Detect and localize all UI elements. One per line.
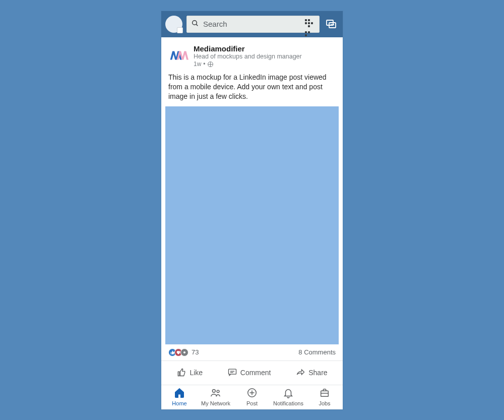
- top-bar: [161, 11, 343, 37]
- nav-home[interactable]: Home: [161, 387, 198, 406]
- share-button[interactable]: Share: [291, 365, 331, 381]
- avatar-badge-icon: [177, 27, 183, 33]
- mobile-frame: ʍʍ Mediamodifier Head of mockups and des…: [161, 11, 343, 409]
- post-text: This is a mockup for a LinkedIn image po…: [161, 70, 343, 106]
- post-time: 1w: [194, 61, 201, 68]
- thumbs-up-icon: [176, 367, 186, 379]
- post-image-container: [161, 106, 343, 344]
- svg-point-0: [193, 20, 197, 25]
- reaction-icons: [168, 348, 188, 356]
- svg-point-10: [217, 390, 219, 392]
- like-button[interactable]: Like: [172, 365, 207, 381]
- briefcase-icon: [319, 387, 330, 399]
- home-icon: [174, 387, 185, 399]
- nav-post[interactable]: Post: [234, 387, 270, 406]
- engagement-row: 73 8 Comments: [161, 344, 343, 361]
- bell-icon: [283, 387, 294, 399]
- comment-label: Comment: [240, 369, 271, 377]
- post-header: ʍʍ Mediamodifier Head of mockups and des…: [161, 37, 343, 70]
- nav-network-label: My Network: [201, 400, 230, 406]
- nav-jobs-label: Jobs: [319, 400, 330, 406]
- search-icon: [191, 19, 199, 29]
- nav-jobs[interactable]: Jobs: [306, 387, 343, 406]
- share-icon: [295, 367, 305, 379]
- author-name[interactable]: Mediamodifier: [194, 44, 302, 53]
- nav-notifications-label: Notifications: [273, 400, 303, 406]
- post-plus-icon: [246, 387, 258, 399]
- like-label: Like: [190, 369, 203, 377]
- share-label: Share: [308, 369, 327, 377]
- post-image[interactable]: [165, 106, 339, 344]
- svg-rect-14: [321, 391, 329, 396]
- reaction-count: 73: [192, 348, 199, 356]
- network-icon: [210, 387, 221, 399]
- author-info: Mediamodifier Head of mockups and design…: [194, 44, 302, 68]
- dot-separator: •: [203, 61, 205, 68]
- support-reaction-icon: [180, 348, 188, 356]
- post-time-meta: 1w •: [194, 61, 302, 68]
- messages-button[interactable]: [324, 17, 339, 32]
- reaction-summary[interactable]: 73: [168, 348, 199, 356]
- post-actions: Like Comment Share: [161, 361, 343, 385]
- comment-button[interactable]: Comment: [223, 365, 275, 381]
- author-avatar[interactable]: ʍʍ: [168, 44, 188, 65]
- nav-home-label: Home: [172, 400, 186, 406]
- author-subtitle: Head of mockups and design manager: [194, 53, 302, 61]
- qr-code-icon[interactable]: [305, 19, 315, 29]
- profile-avatar[interactable]: [165, 16, 182, 33]
- comment-icon: [227, 367, 237, 379]
- svg-line-1: [196, 24, 198, 26]
- nav-network[interactable]: My Network: [198, 387, 234, 406]
- search-bar[interactable]: [186, 16, 320, 33]
- search-input[interactable]: [203, 20, 301, 28]
- bottom-nav: Home My Network Post Notifications Jobs: [161, 385, 343, 409]
- svg-point-5: [183, 351, 185, 353]
- nav-notifications[interactable]: Notifications: [270, 387, 306, 406]
- svg-rect-6: [228, 369, 236, 374]
- svg-point-9: [212, 389, 215, 392]
- nav-post-label: Post: [246, 400, 258, 406]
- comments-count[interactable]: 8 Comments: [298, 348, 336, 356]
- globe-icon: [208, 62, 213, 67]
